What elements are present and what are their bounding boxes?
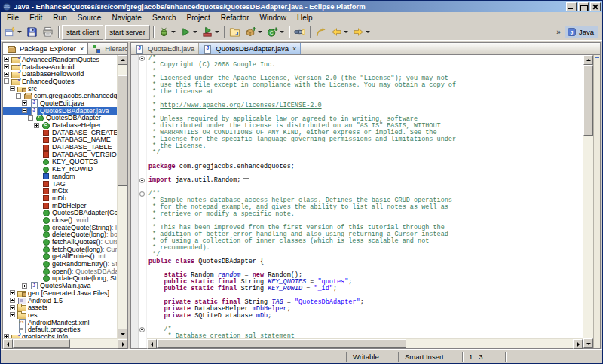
fold-plus-icon[interactable] [139, 178, 145, 183]
twisty-icon[interactable] [22, 108, 27, 113]
tree-item[interactable]: KEY_QUOTES [3, 158, 117, 166]
search-button[interactable] [292, 25, 308, 40]
close-icon[interactable] [590, 2, 601, 11]
fold-minus-icon[interactable] [139, 56, 145, 61]
code-area[interactable]: /* * Copyright (C) 2008 Google Inc. * * … [147, 55, 583, 338]
scrollbar-thumb[interactable] [13, 339, 70, 348]
overview-ruler[interactable] [593, 55, 600, 348]
new-package-button[interactable] [243, 25, 265, 40]
tree-item[interactable]: open() : QuotesDBAdapter [3, 268, 117, 275]
tree-item[interactable]: src [3, 85, 117, 93]
twisty-icon[interactable] [22, 283, 27, 289]
menu-window[interactable]: Window [254, 13, 292, 23]
tree-item[interactable]: updateQuote(long, String) [3, 275, 117, 283]
twisty-icon[interactable] [10, 298, 15, 303]
twisty-icon[interactable] [16, 93, 21, 99]
tree-item[interactable]: AndroidManifest.xml [3, 319, 117, 326]
dropdown-arrow-icon[interactable] [258, 31, 262, 33]
fold-minus-icon[interactable] [139, 191, 145, 197]
scroll-down-icon[interactable] [118, 329, 127, 338]
menu-source[interactable]: Source [72, 13, 107, 23]
scrollbar-thumb[interactable] [118, 75, 127, 186]
scroll-up-icon[interactable] [118, 55, 127, 65]
tree-item[interactable]: getAllEntries() : int [3, 253, 117, 261]
folded-region-icon[interactable] [243, 178, 249, 182]
forward-button[interactable] [350, 25, 372, 40]
tree-item[interactable]: gen [Generated Java Files] [3, 289, 117, 297]
twisty-icon[interactable] [10, 86, 15, 91]
tree-item[interactable]: DATABASE_CREATE [3, 129, 117, 136]
view-tab-package-explorer[interactable]: Package Explorer× [3, 43, 88, 54]
last-edit-location-button[interactable] [313, 25, 329, 40]
tree-item[interactable]: QuotesDBAdapter(Context) [3, 209, 117, 216]
twisty-icon[interactable] [10, 290, 15, 295]
tree-item[interactable]: TAG [3, 180, 117, 188]
minimize-icon[interactable] [566, 2, 577, 11]
tree-item[interactable]: QuotesMain.java [3, 282, 117, 289]
scrollbar-thumb[interactable] [583, 65, 593, 136]
scroll-left-icon[interactable] [147, 339, 157, 349]
menu-navigate[interactable]: Navigate [106, 13, 146, 23]
tree-item[interactable]: random [3, 173, 117, 180]
debug-button[interactable] [156, 25, 178, 40]
tree-item[interactable]: DatabaseHelper [3, 121, 117, 129]
explorer-vertical-scrollbar[interactable] [117, 55, 127, 338]
marker-bar[interactable] [131, 55, 139, 348]
tree-item[interactable]: createQuote(String) : long [3, 224, 117, 231]
new-class-button[interactable]: C [265, 25, 286, 40]
scroll-down-icon[interactable] [583, 338, 593, 348]
twisty-icon[interactable] [22, 100, 27, 106]
tree-item[interactable]: close() : void [3, 216, 117, 224]
twisty-icon[interactable] [4, 64, 9, 69]
tree-item[interactable]: DATABASE_NAME [3, 136, 117, 144]
twisty-icon[interactable] [10, 312, 15, 317]
tree-item[interactable]: EnhancedQuotes [3, 78, 117, 85]
tree-item[interactable]: mDbHelper [3, 202, 117, 210]
dropdown-arrow-icon[interactable] [171, 31, 176, 33]
run-button[interactable] [178, 25, 200, 40]
start-client-button[interactable]: start client [62, 25, 103, 40]
external-tools-button[interactable] [200, 25, 222, 40]
scrollbar-track[interactable] [13, 339, 118, 348]
new-java-project-button[interactable]: J [227, 25, 243, 40]
scroll-left-icon[interactable] [3, 339, 13, 349]
close-icon[interactable]: × [292, 46, 296, 52]
editor-tab-quoteedit-java[interactable]: QuoteEdit.java [131, 43, 199, 54]
menu-project[interactable]: Project [182, 13, 216, 23]
editor-horizontal-scrollbar[interactable] [147, 338, 583, 348]
scroll-up-icon[interactable] [583, 55, 593, 65]
menu-run[interactable]: Run [47, 13, 72, 23]
twisty-icon[interactable] [34, 123, 39, 128]
dropdown-arrow-icon[interactable] [215, 31, 219, 33]
back-button[interactable] [329, 25, 350, 40]
tree-item[interactable]: Android 1.5 [3, 297, 117, 304]
dropdown-arrow-icon[interactable] [344, 31, 348, 33]
tree-item[interactable]: res [3, 311, 117, 319]
package-explorer-tree[interactable]: AdvancedRandomQuotesDatabaseAndroidDatab… [3, 55, 117, 338]
dropdown-arrow-icon[interactable] [280, 31, 284, 33]
tree-item[interactable]: DatabaseAndroid [3, 63, 117, 71]
twisty-icon[interactable] [4, 334, 9, 338]
tree-item[interactable]: fetchQuote(long) : Cursor [3, 246, 117, 253]
editor-vertical-scrollbar[interactable] [583, 55, 593, 348]
tree-item[interactable]: default.properties [3, 326, 117, 333]
scrollbar-track[interactable] [118, 65, 127, 329]
perspective-java-button[interactable]: J Java [565, 26, 598, 38]
twisty-icon[interactable] [10, 305, 15, 310]
view-tab-hierarchy[interactable]: Hierarchy [88, 43, 127, 54]
menu-refactor[interactable]: Refactor [216, 13, 255, 23]
perspective-overflow-icon[interactable]: » [555, 28, 562, 36]
menu-help[interactable]: Help [292, 13, 318, 23]
tree-item[interactable]: DatabaseHelloWorld [3, 70, 117, 78]
twisty-icon[interactable] [4, 57, 9, 62]
tree-item[interactable]: mDb [3, 194, 117, 202]
dropdown-arrow-icon[interactable] [193, 31, 197, 33]
tree-item[interactable]: QuoteEdit.java [3, 99, 117, 107]
tree-item[interactable]: assets [3, 304, 117, 311]
new-wizard-button[interactable] [2, 25, 24, 40]
menu-edit[interactable]: Edit [24, 13, 47, 23]
tree-item[interactable]: mCtx [3, 187, 117, 194]
start-server-button[interactable]: start server [105, 25, 150, 40]
fold-gutter[interactable] [139, 55, 147, 348]
fold-minus-icon[interactable] [139, 327, 145, 332]
